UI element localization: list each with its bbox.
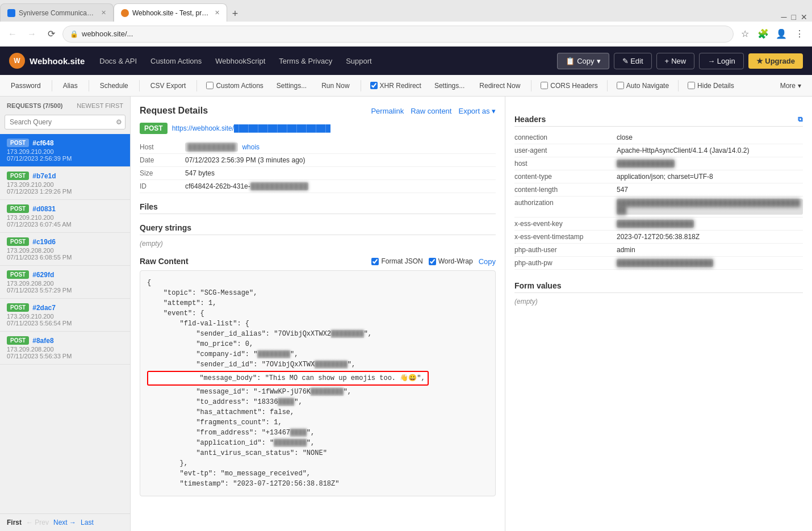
new-button[interactable]: + New bbox=[656, 53, 695, 69]
toolbar-schedule-btn[interactable]: Schedule bbox=[94, 79, 135, 93]
reload-button[interactable]: ⟳ bbox=[43, 26, 59, 42]
maximize-icon[interactable]: □ bbox=[792, 12, 796, 22]
nav-custom-actions[interactable]: Custom Actions bbox=[145, 55, 207, 68]
headers-copy-icon[interactable]: ⧉ bbox=[798, 115, 803, 123]
cors-headers-check-input[interactable] bbox=[541, 82, 548, 89]
toolbar-settings-btn[interactable]: Settings... bbox=[270, 79, 313, 93]
form-values-header: Form values bbox=[514, 281, 803, 293]
edit-button[interactable]: ✎ Edit bbox=[614, 53, 652, 69]
copy-button[interactable]: 📋 Copy ▾ bbox=[557, 53, 609, 69]
format-json-input[interactable] bbox=[371, 258, 379, 265]
close-icon[interactable]: ✕ bbox=[801, 12, 807, 22]
browser-tab-1[interactable]: Syniverse Communication Gatew... ✕ bbox=[0, 3, 114, 22]
pagination-first[interactable]: First bbox=[7, 519, 22, 526]
content-area: Request Details Permalink Raw content Ex… bbox=[131, 97, 812, 531]
upgrade-button[interactable]: ★ Upgrade bbox=[748, 53, 803, 69]
cors-headers-checkbox[interactable]: CORS Headers bbox=[536, 80, 602, 92]
menu-button[interactable]: ⋮ bbox=[792, 26, 807, 42]
hide-details-checkbox[interactable]: Hide Details bbox=[683, 80, 739, 92]
xhr-redirect-check-input[interactable] bbox=[370, 82, 378, 89]
sidebar-item-req3[interactable]: POST #d0831 173.209.210.200 07/12/2023 6… bbox=[0, 200, 130, 233]
sidebar-item-req7[interactable]: POST #8afe8 173.209.208.200 07/11/2023 5… bbox=[0, 332, 130, 365]
header-row-x-ess-event-timestamp: x-ess-event-timestamp 2023-07-12T20:56:3… bbox=[514, 231, 803, 244]
sidebar-item-req2[interactable]: POST #b7e1d 173.209.210.200 07/12/2023 1… bbox=[0, 167, 130, 200]
toolbar-divider-8 bbox=[678, 80, 679, 91]
hide-details-label: Hide Details bbox=[697, 82, 734, 90]
more-button[interactable]: More ▾ bbox=[774, 79, 807, 93]
browser-action-buttons: ☆ 🧩 👤 ⋮ bbox=[737, 26, 807, 42]
toolbar-xhr-settings-btn[interactable]: Settings... bbox=[428, 79, 471, 93]
permalink-link[interactable]: Permalink bbox=[371, 107, 404, 115]
toolbar-alias-btn[interactable]: Alias bbox=[57, 79, 84, 93]
word-wrap-checkbox[interactable]: Word-Wrap bbox=[429, 257, 473, 265]
minimize-icon[interactable]: ─ bbox=[781, 12, 787, 22]
req6-hash: #2dac7 bbox=[32, 304, 56, 312]
raw-content-header: Raw Content Format JSON Word-Wrap Copy bbox=[140, 257, 496, 266]
nav-webhookscript[interactable]: WebhookScript bbox=[210, 55, 271, 68]
url-bar[interactable]: 🔒 webhook.site/... bbox=[62, 26, 734, 43]
format-json-checkbox[interactable]: Format JSON bbox=[371, 257, 422, 265]
id-value: cf648424-262b-431e-████████████ bbox=[185, 182, 496, 190]
back-button[interactable]: ← bbox=[5, 26, 20, 42]
request-url[interactable]: https://webhook.site/███████████████████… bbox=[172, 124, 330, 132]
pagination-prev[interactable]: ← Prev bbox=[26, 519, 49, 526]
pagination-next[interactable]: Next → bbox=[53, 519, 76, 526]
toolbar-csv-export-btn[interactable]: CSV Export bbox=[144, 79, 192, 93]
tab1-close-icon[interactable]: ✕ bbox=[101, 9, 106, 16]
forward-button[interactable]: → bbox=[24, 26, 40, 42]
custom-actions-checkbox[interactable]: Custom Actions bbox=[202, 80, 267, 92]
nav-docs-api[interactable]: Docs & API bbox=[94, 55, 143, 68]
raw-line-12: "has_attachment": false, bbox=[147, 407, 488, 417]
auto-navigate-check-input[interactable] bbox=[617, 82, 624, 89]
raw-content-link[interactable]: Raw content bbox=[411, 107, 451, 115]
sidebar-item-req5[interactable]: POST #629fd 173.209.208.200 07/11/2023 5… bbox=[0, 266, 130, 299]
sidebar-item-req1[interactable]: POST #cf648 173.209.210.200 07/12/2023 2… bbox=[0, 134, 130, 167]
browser-tab-2[interactable]: Webhook.site - Test, process and... ✕ bbox=[114, 3, 227, 22]
profile-button[interactable]: 👤 bbox=[773, 26, 789, 42]
raw-line-17: }, bbox=[147, 458, 488, 469]
tab2-close-icon[interactable]: ✕ bbox=[215, 9, 220, 16]
nav-support[interactable]: Support bbox=[340, 55, 378, 68]
browser-navigation: ← → ⟳ 🔒 webhook.site/... ☆ 🧩 👤 ⋮ bbox=[0, 22, 812, 47]
sidebar-item-req6[interactable]: POST #2dac7 173.209.210.200 07/11/2023 5… bbox=[0, 299, 130, 332]
search-icon: ⚙ bbox=[116, 118, 122, 126]
custom-actions-check-input[interactable] bbox=[206, 82, 214, 89]
extensions-button[interactable]: 🧩 bbox=[755, 26, 771, 42]
export-link[interactable]: Export as ▾ bbox=[458, 107, 496, 115]
toolbar-redirect-now-btn[interactable]: Redirect Now bbox=[473, 79, 526, 93]
word-wrap-input[interactable] bbox=[429, 258, 436, 265]
app-logo-text: Webhook.site bbox=[30, 56, 85, 66]
url-row: POST https://webhook.site/██████████████… bbox=[140, 123, 496, 134]
requests-count: REQUESTS (7/500) bbox=[7, 102, 62, 109]
sidebar-pagination: First ← Prev Next → Last bbox=[0, 513, 130, 531]
raw-line-13: "fragments_count": 1, bbox=[147, 417, 488, 428]
whois-link[interactable]: whois bbox=[242, 143, 259, 151]
req6-ip: 173.209.210.200 bbox=[7, 313, 123, 320]
query-strings-header: Query strings bbox=[140, 223, 496, 235]
pagination-last[interactable]: Last bbox=[81, 519, 94, 526]
nav-terms[interactable]: Terms & Privacy bbox=[273, 55, 338, 68]
query-strings-section: Query strings (empty) bbox=[140, 223, 496, 248]
raw-highlighted-line: "message_body": "This MO can show up emo… bbox=[147, 371, 429, 386]
header-row-php-auth-pw: php-auth-pw ████████████████████ bbox=[514, 257, 803, 270]
header-row-connection: connection close bbox=[514, 131, 803, 144]
raw-line-1: { bbox=[147, 278, 488, 288]
bookmark-button[interactable]: ☆ bbox=[737, 26, 753, 42]
toolbar-run-now-btn[interactable]: Run Now bbox=[315, 79, 355, 93]
sidebar-item-req4[interactable]: POST #c19d6 173.209.208.200 07/11/2023 6… bbox=[0, 233, 130, 266]
tab1-title: Syniverse Communication Gatew... bbox=[19, 9, 95, 17]
method-badge-req3: POST bbox=[7, 204, 29, 213]
sidebar-search[interactable]: ⚙ bbox=[5, 115, 125, 129]
new-tab-button[interactable]: + bbox=[227, 6, 243, 22]
lock-icon: 🔒 bbox=[70, 30, 78, 38]
search-input[interactable] bbox=[5, 115, 125, 129]
raw-copy-link[interactable]: Copy bbox=[479, 257, 496, 266]
url-text: webhook.site/... bbox=[82, 30, 726, 38]
login-button[interactable]: → Login bbox=[699, 53, 743, 69]
hide-details-check-input[interactable] bbox=[688, 82, 695, 89]
login-icon: → bbox=[708, 57, 715, 65]
toolbar-password-btn[interactable]: Password bbox=[5, 79, 47, 93]
xhr-redirect-checkbox[interactable]: XHR Redirect bbox=[366, 80, 426, 92]
req3-hash: #d0831 bbox=[32, 205, 56, 213]
auto-navigate-checkbox[interactable]: Auto Navigate bbox=[612, 80, 673, 92]
